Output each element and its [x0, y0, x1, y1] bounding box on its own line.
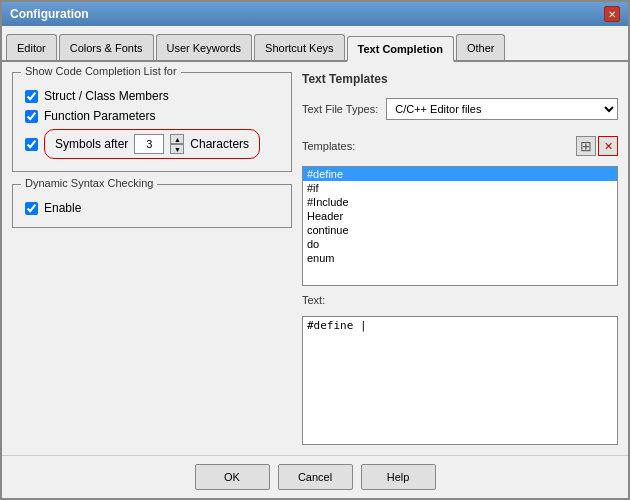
- function-params-label: Function Parameters: [44, 109, 155, 123]
- symbols-row: Symbols after ▲ ▼ Characters: [25, 129, 279, 159]
- tab-text-completion[interactable]: Text Completion: [347, 36, 454, 62]
- tab-user-keywords[interactable]: User Keywords: [156, 34, 253, 60]
- window-title: Configuration: [10, 7, 89, 21]
- enable-row: Enable: [25, 201, 279, 215]
- symbols-label: Symbols after: [55, 137, 128, 151]
- code-completion-group: Show Code Completion List for Struct / C…: [12, 72, 292, 172]
- symbols-spinner-input[interactable]: [134, 134, 164, 154]
- text-area-label: Text:: [302, 294, 618, 306]
- dynamic-syntax-group: Dynamic Syntax Checking Enable: [12, 184, 292, 228]
- symbols-checkbox[interactable]: [25, 138, 38, 151]
- new-template-button[interactable]: ⊞: [576, 136, 596, 156]
- tab-colors-fonts[interactable]: Colors & Fonts: [59, 34, 154, 60]
- template-item-header[interactable]: Header: [303, 209, 617, 223]
- close-button[interactable]: ✕: [604, 6, 620, 22]
- spinner-up-button[interactable]: ▲: [170, 134, 184, 144]
- main-content: Show Code Completion List for Struct / C…: [2, 62, 628, 455]
- template-item-define[interactable]: #define: [303, 167, 617, 181]
- enable-checkbox[interactable]: [25, 202, 38, 215]
- struct-class-label: Struct / Class Members: [44, 89, 169, 103]
- template-item-do[interactable]: do: [303, 237, 617, 251]
- file-type-label: Text File Types:: [302, 103, 378, 115]
- dynamic-syntax-title: Dynamic Syntax Checking: [21, 177, 157, 189]
- spinner-down-button[interactable]: ▼: [170, 144, 184, 154]
- delete-template-button[interactable]: ✕: [598, 136, 618, 156]
- spinner-buttons: ▲ ▼: [170, 134, 184, 154]
- template-text-area[interactable]: #define |: [302, 316, 618, 445]
- templates-header: Templates: ⊞ ✕: [302, 136, 618, 156]
- characters-label: Characters: [190, 137, 249, 151]
- help-button[interactable]: Help: [361, 464, 436, 490]
- bottom-bar: OK Cancel Help: [2, 455, 628, 498]
- template-item-continue[interactable]: continue: [303, 223, 617, 237]
- symbols-group: Symbols after ▲ ▼ Characters: [44, 129, 260, 159]
- tab-shortcut-keys[interactable]: Shortcut Keys: [254, 34, 344, 60]
- templates-list[interactable]: #define #if #Include Header continue do …: [302, 166, 618, 286]
- struct-class-row: Struct / Class Members: [25, 89, 279, 103]
- text-templates-title: Text Templates: [302, 72, 618, 86]
- templates-label: Templates:: [302, 140, 355, 152]
- file-type-row: Text File Types: C/C++ Editor files: [302, 98, 618, 120]
- ok-button[interactable]: OK: [195, 464, 270, 490]
- template-icon-buttons: ⊞ ✕: [576, 136, 618, 156]
- tab-editor[interactable]: Editor: [6, 34, 57, 60]
- code-completion-title: Show Code Completion List for: [21, 65, 181, 77]
- configuration-window: Configuration ✕ Editor Colors & Fonts Us…: [0, 0, 630, 500]
- file-type-select[interactable]: C/C++ Editor files: [386, 98, 618, 120]
- cancel-button[interactable]: Cancel: [278, 464, 353, 490]
- template-item-if[interactable]: #if: [303, 181, 617, 195]
- right-panel: Text Templates Text File Types: C/C++ Ed…: [302, 72, 618, 445]
- tabs-bar: Editor Colors & Fonts User Keywords Shor…: [2, 26, 628, 62]
- template-item-include[interactable]: #Include: [303, 195, 617, 209]
- tab-other[interactable]: Other: [456, 34, 506, 60]
- title-bar: Configuration ✕: [2, 2, 628, 26]
- function-params-row: Function Parameters: [25, 109, 279, 123]
- enable-label: Enable: [44, 201, 81, 215]
- function-params-checkbox[interactable]: [25, 110, 38, 123]
- struct-class-checkbox[interactable]: [25, 90, 38, 103]
- template-item-enum[interactable]: enum: [303, 251, 617, 265]
- left-panel: Show Code Completion List for Struct / C…: [12, 72, 292, 445]
